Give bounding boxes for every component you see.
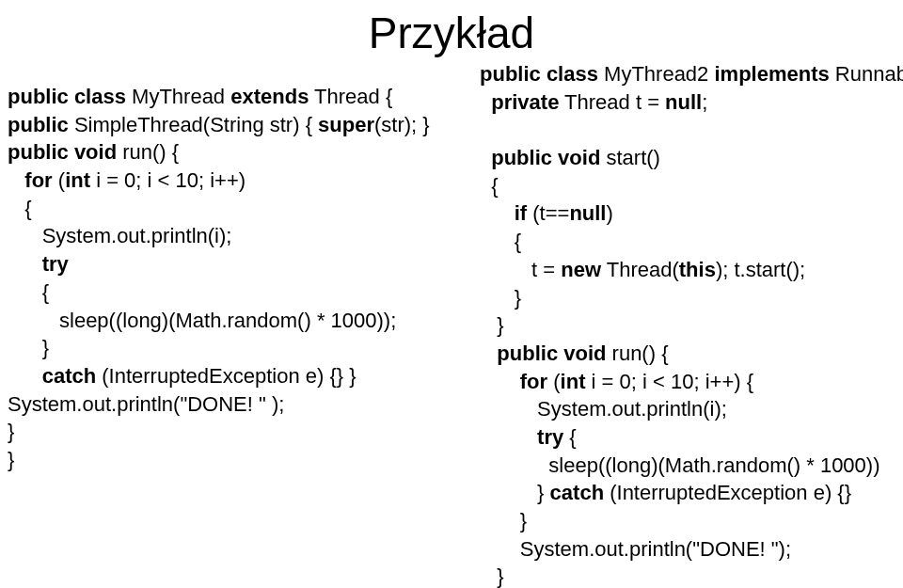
txt: start() <box>600 146 660 169</box>
kw: super <box>318 113 374 136</box>
kw: public class <box>8 85 126 108</box>
kw: public <box>8 113 69 136</box>
kw: catch <box>8 364 96 388</box>
kw: catch <box>550 481 604 504</box>
txt: (InterruptedException e) {} <box>604 481 851 504</box>
txt <box>480 118 485 141</box>
txt: { <box>8 197 32 220</box>
txt: System.out.println(i); <box>480 397 727 421</box>
kw: this <box>679 258 716 281</box>
kw: new <box>561 258 601 281</box>
txt: } <box>480 286 521 310</box>
txt: } <box>8 336 49 359</box>
kw: implements <box>714 62 829 86</box>
txt: MyThread2 <box>598 62 715 86</box>
kw: public void <box>8 140 117 164</box>
txt: } <box>480 481 550 504</box>
txt: (t== <box>527 201 569 225</box>
txt: Runnab <box>830 62 903 86</box>
txt: System.out.println("DONE! " ); <box>8 392 284 416</box>
txt: ( <box>53 168 65 192</box>
txt: MyThread <box>126 85 230 108</box>
txt: i = 0; i < 10; i++) { <box>585 370 753 393</box>
txt: } <box>480 313 504 337</box>
kw: public void <box>480 342 606 365</box>
txt: Thread { <box>309 85 392 108</box>
txt: sleep((long)(Math.random() * 1000)); <box>8 309 396 332</box>
txt: { <box>8 280 49 304</box>
kw: null <box>569 201 606 225</box>
txt: } <box>480 564 504 588</box>
kw: for <box>8 168 53 192</box>
kw: extends <box>230 85 309 108</box>
txt: ) <box>606 201 612 225</box>
kw: int <box>65 168 90 192</box>
left-code-block: public class MyThread extends Thread { p… <box>8 83 450 474</box>
kw: null <box>665 90 702 114</box>
txt: System.out.println(i); <box>8 224 231 247</box>
kw: try <box>8 252 69 276</box>
txt: t = <box>480 258 561 281</box>
kw: int <box>561 370 586 393</box>
kw: private <box>480 90 559 114</box>
kw: try <box>480 425 563 449</box>
txt: } <box>8 448 14 471</box>
txt: i = 0; i < 10; i++) <box>90 168 246 192</box>
txt: } <box>480 509 527 532</box>
txt: ); t.start(); <box>716 258 805 281</box>
txt: ( <box>547 370 560 393</box>
slide-title: Przykład <box>369 8 534 58</box>
kw: if <box>480 201 527 225</box>
right-code-block: public class MyThread2 implements Runnab… <box>480 60 903 588</box>
txt: { <box>480 230 521 253</box>
txt: { <box>480 174 499 198</box>
txt: } <box>8 420 14 443</box>
kw: for <box>480 370 547 393</box>
txt: System.out.println("DONE! "); <box>480 537 791 561</box>
txt: Thread t = <box>559 90 665 114</box>
txt: SimpleThread(String str) { <box>69 113 318 136</box>
txt: (InterruptedException e) {} } <box>96 364 356 388</box>
txt: run() { <box>117 140 179 164</box>
txt: (str); } <box>374 113 430 136</box>
kw: public void <box>480 146 600 169</box>
txt: ; <box>702 90 707 114</box>
kw: public class <box>480 62 598 86</box>
txt: sleep((long)(Math.random() * 1000)) <box>480 453 880 477</box>
txt: run() { <box>606 342 668 365</box>
txt: { <box>563 425 576 449</box>
txt: Thread( <box>601 258 679 281</box>
